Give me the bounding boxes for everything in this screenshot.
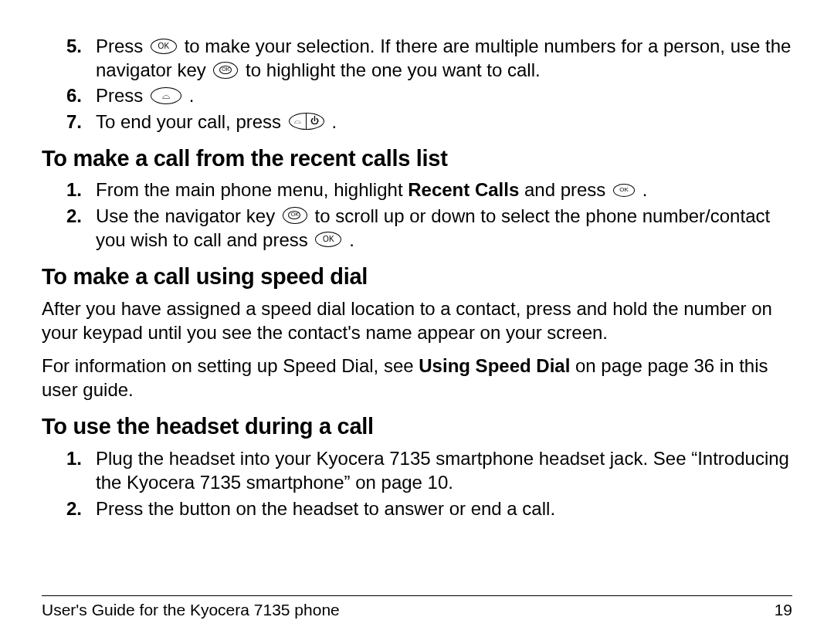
step-number: 7. xyxy=(66,110,96,134)
step-number: 5. xyxy=(66,34,96,58)
text-fragment: To end your call, press xyxy=(96,111,286,132)
text-fragment: Use the navigator key xyxy=(96,205,280,226)
text-fragment: . xyxy=(642,179,648,200)
heading-speed-dial: To make a call using speed dial xyxy=(42,263,792,292)
steps-recent-calls: 1. From the main phone menu, highlight R… xyxy=(42,178,792,252)
step-2: 2. Press the button on the headset to an… xyxy=(42,497,792,520)
step-6: 6. Press ⌓ . xyxy=(42,83,792,107)
step-text: To end your call, press ⌓ ⏻ . xyxy=(96,110,792,134)
step-1: 1. Plug the headset into your Kyocera 71… xyxy=(42,446,792,494)
navigator-key-icon xyxy=(213,62,238,79)
text-fragment: For information on setting up Speed Dial… xyxy=(42,355,419,376)
step-text: Press the button on the headset to answe… xyxy=(96,497,792,520)
text-fragment: . xyxy=(331,111,337,132)
step-number: 2. xyxy=(66,204,96,228)
step-text: Press ⌓ . xyxy=(96,83,792,107)
text-fragment: . xyxy=(349,229,354,250)
page-footer: User's Guide for the Kyocera 7135 phone … xyxy=(42,595,792,619)
text-fragment: . xyxy=(189,85,195,106)
ok-button-icon: OK xyxy=(613,184,635,197)
step-number: 6. xyxy=(66,83,96,107)
step-number: 1. xyxy=(66,446,96,470)
text-fragment: Press xyxy=(96,36,148,56)
step-text: Use the navigator key to scroll up or do… xyxy=(96,204,792,252)
paragraph-speed-dial-2: For information on setting up Speed Dial… xyxy=(42,354,792,402)
step-7: 7. To end your call, press ⌓ ⏻ . xyxy=(42,110,792,134)
page-number: 19 xyxy=(775,601,792,619)
navigator-key-icon xyxy=(283,207,307,224)
power-icon-half: ⏻ xyxy=(306,114,324,129)
ok-button-icon: OK xyxy=(315,232,341,247)
call-button-icon: ⌓ xyxy=(151,87,181,104)
step-text: From the main phone menu, highlight Rece… xyxy=(96,178,792,202)
steps-continuation: 5. Press OK to make your selection. If t… xyxy=(42,34,792,134)
step-text: Press OK to make your selection. If ther… xyxy=(96,34,792,82)
cross-ref-using-speed-dial: Using Speed Dial xyxy=(419,355,570,376)
step-number: 1. xyxy=(66,178,96,202)
step-text: Plug the headset into your Kyocera 7135 … xyxy=(96,446,792,494)
page-content: 5. Press OK to make your selection. If t… xyxy=(42,34,792,520)
step-1: 1. From the main phone menu, highlight R… xyxy=(42,178,792,202)
step-number: 2. xyxy=(66,497,96,520)
text-fragment: to highlight the one you want to call. xyxy=(246,59,541,80)
end-power-button-icon: ⌓ ⏻ xyxy=(289,113,324,130)
heading-headset: To use the headset during a call xyxy=(42,412,792,442)
heading-recent-calls: To make a call from the recent calls lis… xyxy=(42,144,792,174)
footer-title: User's Guide for the Kyocera 7135 phone xyxy=(42,601,340,619)
paragraph-speed-dial-1: After you have assigned a speed dial loc… xyxy=(42,297,792,344)
ok-button-icon: OK xyxy=(151,39,177,54)
text-fragment: From the main phone menu, highlight xyxy=(96,179,408,200)
menu-item-recent-calls: Recent Calls xyxy=(408,179,519,200)
page: 5. Press OK to make your selection. If t… xyxy=(0,0,834,644)
text-fragment: Press xyxy=(96,85,148,106)
steps-headset: 1. Plug the headset into your Kyocera 71… xyxy=(42,446,792,520)
step-2: 2. Use the navigator key to scroll up or… xyxy=(42,204,792,252)
step-5: 5. Press OK to make your selection. If t… xyxy=(42,34,792,82)
text-fragment: and press xyxy=(524,179,611,200)
end-call-icon-half: ⌓ xyxy=(290,114,307,129)
